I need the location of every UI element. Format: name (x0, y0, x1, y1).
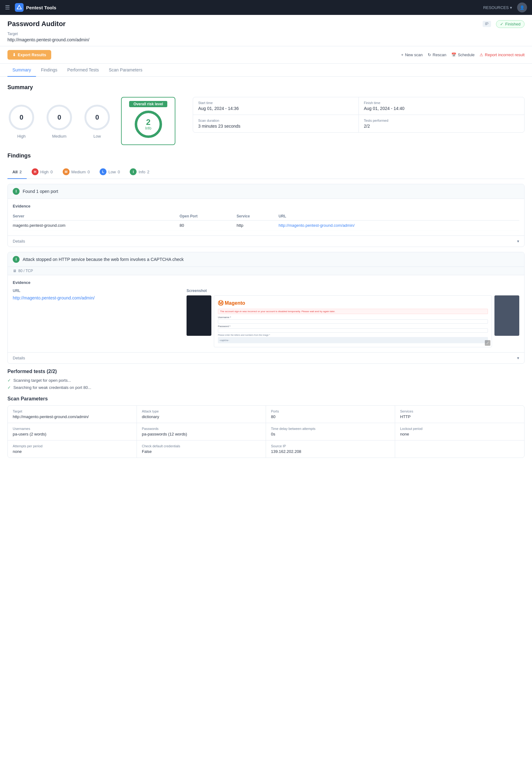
finding-tab-all-count: 2 (19, 169, 22, 174)
screenshot-expand-icon[interactable]: ⤢ (485, 340, 490, 346)
tab-performed-tests[interactable]: Performed Tests (62, 64, 104, 77)
gauge-high: 0 High (8, 104, 35, 138)
schedule-button[interactable]: 📅 Schedule (451, 52, 475, 57)
finding-tab-all[interactable]: All 2 (8, 165, 27, 179)
param-source-ip-value: 139.162.202.208 (271, 449, 390, 454)
status-badge: ✓ Finished (496, 20, 524, 28)
stat-scan-duration-label: Scan duration (198, 119, 353, 122)
magento-m-icon: Ⓜ (218, 299, 223, 307)
main-tabs: Summary Findings Performed Tests Scan Pa… (0, 64, 532, 77)
stat-finish-time: Finish time Aug 01, 2024 - 14:40 (359, 97, 524, 115)
scan-params-title: Scan Parameters (8, 396, 524, 402)
finding-tab-low-label: Low (108, 169, 116, 174)
finding-2-details-toggle[interactable]: Details ▾ (8, 352, 524, 363)
finding-tab-all-label: All (13, 169, 18, 174)
finding-2-screenshot-section: Screenshot Ⓜ Magento (186, 288, 519, 347)
stat-tests-performed-value: 2/2 (364, 124, 519, 129)
user-avatar[interactable]: 👤 (517, 3, 527, 13)
finding-tab-high-count: 0 (51, 169, 53, 174)
gauge-low: 0 Low (83, 104, 111, 138)
overall-risk-title: Overall risk level (129, 101, 167, 107)
findings-section: Findings All 2 H High 0 M Medium 0 (8, 153, 524, 364)
magento-logo: Ⓜ Magento (218, 299, 488, 307)
gauge-circle-medium: 0 (45, 104, 73, 132)
param-time-delay-label: Time delay between attempts (271, 427, 390, 431)
finding-2-url-link[interactable]: http://magento.pentest-ground.com/admin/ (13, 295, 95, 300)
param-services-label: Services (400, 409, 519, 413)
param-attack-type-value: dictionary (142, 414, 261, 419)
export-button[interactable]: ⬇ Export Results (8, 50, 51, 60)
finding-tab-info-count: 2 (147, 169, 149, 174)
check-icon-2: ✓ (8, 385, 11, 390)
summary-row: 0 High 0 Medium 0 (8, 97, 524, 145)
param-ports-value: 80 (271, 414, 390, 419)
hamburger-menu-icon[interactable]: ☰ (5, 4, 10, 11)
server-icon: 🖥 (13, 269, 16, 273)
overall-risk-value: 2 (145, 118, 152, 126)
finding-1-details-toggle[interactable]: Details ▾ (8, 235, 524, 247)
overall-risk-donut: 2 Info (133, 109, 164, 140)
page-header: Password Auditor IP ✓ Finished Target ht… (0, 15, 532, 46)
screenshot-container: Ⓜ Magento The account sign-in was incorr… (186, 295, 519, 347)
test-item-1-label: Scanning target for open ports... (14, 378, 71, 383)
ip-badge: IP (483, 21, 491, 27)
gauges-group: 0 High 0 Medium 0 (8, 97, 175, 145)
finding-1-url-link[interactable]: http://magento.pentest-ground.com/admin/ (278, 223, 354, 228)
param-attempts-value: none (13, 449, 132, 454)
resources-menu[interactable]: RESOURCES ▾ (483, 5, 512, 10)
stat-finish-time-label: Finish time (364, 101, 519, 105)
param-time-delay: Time delay between attempts 0s (266, 423, 395, 440)
calendar-icon: 📅 (451, 52, 456, 57)
finding-2-details-label: Details (13, 356, 25, 360)
chevron-down-icon: ▾ (517, 239, 519, 244)
param-passwords-value: pa-passwords (12 words) (142, 432, 261, 437)
rescan-button[interactable]: ↻ Rescan (428, 52, 446, 57)
cell-server: magento.pentest-ground.com (13, 221, 180, 230)
param-attempts-label: Attempts per period (13, 444, 132, 448)
tab-summary[interactable]: Summary (8, 64, 36, 77)
chevron-down-icon-2: ▾ (517, 356, 519, 360)
finding-tab-medium[interactable]: M Medium 0 (58, 165, 95, 179)
stat-scan-duration-value: 3 minutes 23 seconds (198, 124, 353, 129)
col-url: URL (278, 212, 519, 221)
finding-tab-info[interactable]: I Info 2 (125, 165, 154, 179)
test-item-2-label: Searching for weak credentials on port 8… (14, 385, 91, 390)
finding-1-title: Found 1 open port (23, 189, 58, 194)
target-label: Target (8, 32, 524, 36)
param-empty (395, 440, 524, 458)
finding-2-evidence-grid: URL http://magento.pentest-ground.com/ad… (13, 288, 519, 347)
finding-1-header: I Found 1 open port (8, 184, 524, 198)
finding-1-details-label: Details (13, 239, 25, 244)
page-content: Password Auditor IP ✓ Finished Target ht… (0, 15, 532, 757)
param-lockout-period: Lockout period none (395, 423, 524, 440)
finding-tab-low[interactable]: L Low 0 (95, 165, 125, 179)
stat-tests-performed-label: Tests performed (364, 119, 519, 122)
param-time-delay-value: 0s (271, 432, 390, 437)
rescan-label: Rescan (433, 52, 446, 57)
magento-captcha-box: ~captcha~ (218, 337, 488, 343)
new-scan-button[interactable]: + New scan (401, 52, 423, 57)
top-navigation: ☰ Pentest Tools RESOURCES ▾ 👤 (0, 0, 532, 15)
findings-filter-tabs: All 2 H High 0 M Medium 0 L Low 0 (8, 165, 524, 179)
findings-title: Findings (8, 153, 524, 159)
gauge-value-high: 0 (19, 113, 23, 121)
tab-scan-parameters[interactable]: Scan Parameters (104, 64, 148, 77)
test-item-1: ✓ Scanning target for open ports... (8, 378, 524, 383)
warning-icon: ⚠ (480, 52, 483, 57)
finding-tab-low-count: 0 (118, 169, 120, 174)
cell-open-port: 80 (180, 221, 237, 230)
finding-tab-high[interactable]: H High 0 (27, 165, 58, 179)
tab-findings[interactable]: Findings (36, 64, 62, 77)
magento-error-message: The account sign-in was incorrect or you… (218, 309, 488, 314)
performed-tests-section: Performed tests (2/2) ✓ Scanning target … (8, 369, 524, 390)
toolbar: ⬇ Export Results + New scan ↻ Rescan 📅 S… (0, 46, 532, 64)
gauge-label-high: High (17, 134, 26, 138)
param-attack-type-label: Attack type (142, 409, 261, 413)
param-ports-label: Ports (271, 409, 390, 413)
param-lockout-period-value: none (400, 432, 519, 437)
check-icon: ✓ (500, 22, 503, 26)
report-button[interactable]: ⚠ Report incorrect result (480, 52, 524, 57)
stat-tests-performed: Tests performed 2/2 (359, 115, 524, 132)
col-server: Server (13, 212, 180, 221)
user-icon: 👤 (519, 5, 524, 10)
